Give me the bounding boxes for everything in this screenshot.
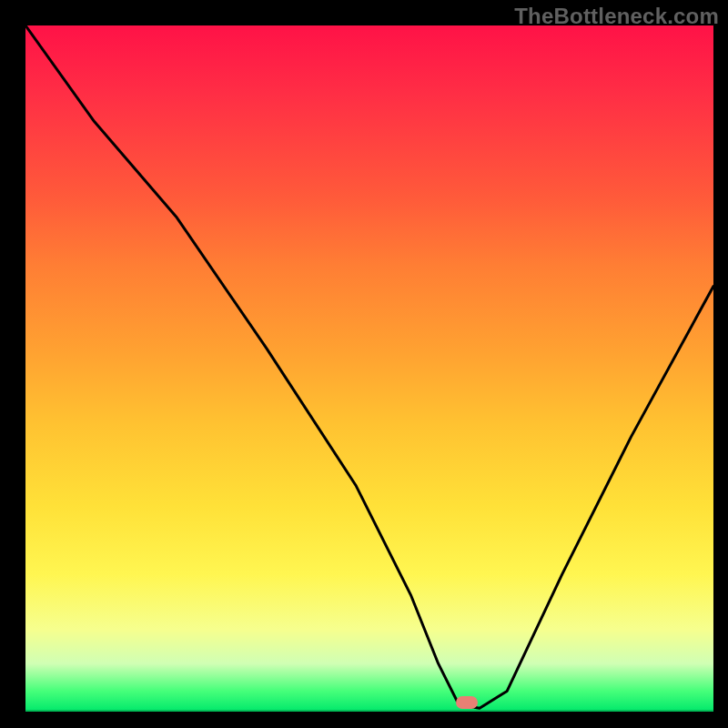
watermark-text: TheBottleneck.com (514, 4, 719, 29)
plot-area (25, 25, 713, 712)
chart-frame: TheBottleneck.com (0, 0, 728, 728)
baseline (25, 710, 713, 712)
optimal-marker (456, 696, 478, 709)
bottleneck-curve (25, 25, 713, 712)
